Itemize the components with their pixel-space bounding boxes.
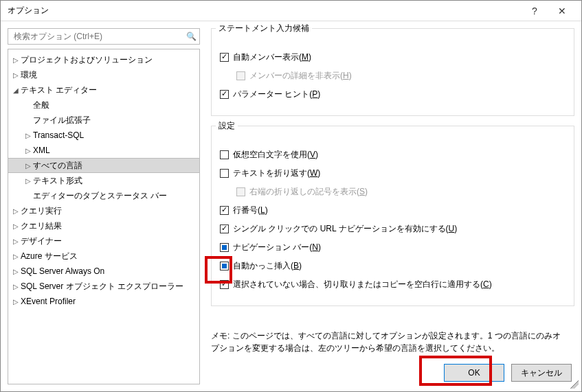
checkbox-word-wrap[interactable]: テキストを折り返す(W): [220, 168, 566, 179]
tree-arrow-icon[interactable]: ▷: [11, 207, 21, 215]
checkbox-navigation-bar[interactable]: ナビゲーション バー(N): [220, 242, 566, 253]
tree-arrow-icon[interactable]: ▷: [11, 71, 21, 79]
checkbox-label: 仮想空白文字を使用(V): [233, 149, 318, 161]
tree-item-label: XML: [33, 146, 50, 155]
tree-item[interactable]: ▷テキスト形式: [8, 173, 199, 188]
checkbox-label: 選択されていない場合、切り取りまたはコピーを空白行に適用する(C): [233, 279, 492, 290]
checkbox-url-navigation[interactable]: シングル クリックでの URL ナビゲーションを有効にする(U): [220, 223, 566, 235]
left-column: 🔍 ▷プロジェクトおよびソリューション▷環境◢テキスト エディター▷全般▷ファイ…: [8, 28, 200, 384]
checkbox-icon[interactable]: [220, 262, 229, 270]
tree-arrow-icon[interactable]: ▷: [11, 222, 21, 230]
tree-item[interactable]: ◢テキスト エディター: [8, 82, 199, 97]
tree-item-label: クエリ実行: [21, 205, 62, 217]
checkbox-label: シングル クリックでの URL ナビゲーションを有効にする(U): [233, 223, 457, 235]
checkbox-parameter-hint[interactable]: パラメーター ヒント(P): [220, 89, 566, 100]
checkbox-line-numbers[interactable]: 行番号(L): [220, 205, 566, 216]
tree-arrow-icon[interactable]: ▷: [23, 177, 33, 185]
tree-item-label: テキスト形式: [33, 175, 82, 187]
checkbox-label: ナビゲーション バー(N): [233, 242, 321, 253]
tree-item-label: エディターのタブとステータス バー: [33, 190, 167, 202]
checkbox-wrap-glyph: 右端の折り返しの記号を表示(S): [236, 186, 566, 198]
tree-item[interactable]: ▷すべての言語: [8, 158, 199, 173]
tree-item[interactable]: ▷XEvent Profiler: [8, 294, 199, 309]
tree-arrow-icon[interactable]: ▷: [11, 283, 21, 290]
checkbox-icon[interactable]: [220, 206, 229, 215]
right-column: ステートメント入力候補 自動メンバー表示(M) メンバーの詳細を非表示(H) パ…: [211, 28, 574, 384]
checkbox-label: 右端の折り返しの記号を表示(S): [249, 186, 368, 198]
tree-item[interactable]: ▷全般: [8, 97, 199, 113]
cancel-button[interactable]: キャンセル: [511, 364, 572, 382]
checkbox-icon: [236, 71, 245, 80]
tree-item[interactable]: ▷クエリ実行: [8, 203, 199, 218]
checkbox-auto-member[interactable]: 自動メンバー表示(M): [220, 51, 566, 63]
checkbox-icon[interactable]: [220, 224, 229, 233]
tree-arrow-icon[interactable]: ▷: [11, 238, 21, 245]
tree-item[interactable]: ▷SQL Server オブジェクト エクスプローラー: [8, 279, 199, 294]
tree-item-label: Transact-SQL: [33, 130, 84, 140]
tree-item-label: 全般: [33, 100, 49, 111]
tree-item[interactable]: ▷XML: [8, 143, 199, 158]
checkbox-icon[interactable]: [220, 280, 229, 289]
checkbox-virtual-whitespace[interactable]: 仮想空白文字を使用(V): [220, 149, 566, 161]
window-title: オプション: [8, 5, 521, 16]
note-text: メモ: このページでは、すべての言語に対してオプションが設定されます。1 つの言…: [211, 330, 574, 354]
checkbox-hide-member-details: メンバーの詳細を非表示(H): [236, 70, 566, 82]
checkbox-label: メンバーの詳細を非表示(H): [249, 70, 352, 82]
help-button[interactable]: ?: [521, 1, 548, 21]
checkbox-icon[interactable]: [220, 53, 229, 62]
checkbox-label: テキストを折り返す(W): [233, 168, 320, 179]
tree-item[interactable]: ▷ファイル拡張子: [8, 113, 199, 128]
tree-arrow-icon[interactable]: ▷: [11, 56, 21, 64]
tree-item-label: テキスト エディター: [21, 84, 97, 96]
checkbox-icon[interactable]: [220, 90, 229, 99]
checkbox-label: パラメーター ヒント(P): [233, 89, 320, 100]
checkbox-auto-brace[interactable]: 自動かっこ挿入(B): [220, 260, 566, 272]
group-statement-completion: ステートメント入力候補 自動メンバー表示(M) メンバーの詳細を非表示(H) パ…: [211, 28, 574, 116]
group-title: ステートメント入力候補: [216, 23, 312, 34]
tree-item-label: プロジェクトおよびソリューション: [21, 54, 153, 66]
close-button[interactable]: ✕: [548, 1, 576, 21]
button-row: OK キャンセル: [211, 360, 574, 384]
tree-arrow-icon[interactable]: ▷: [23, 147, 33, 154]
tree-item-label: すべての言語: [33, 160, 82, 172]
tree-item[interactable]: ▷プロジェクトおよびソリューション: [8, 52, 199, 67]
group-settings: 設定 仮想空白文字を使用(V) テキストを折り返す(W) 右端の折り返しの記号を…: [211, 126, 574, 306]
checkbox-label: 自動メンバー表示(M): [233, 51, 311, 63]
search-box[interactable]: 🔍: [8, 28, 200, 45]
ok-button[interactable]: OK: [444, 364, 504, 382]
tree-item-label: XEvent Profiler: [21, 297, 76, 306]
tree-arrow-icon[interactable]: ▷: [11, 268, 21, 275]
tree-arrow-icon[interactable]: ▷: [23, 162, 33, 170]
tree-item[interactable]: ▷SQL Server Always On: [8, 264, 199, 279]
options-tree[interactable]: ▷プロジェクトおよびソリューション▷環境◢テキスト エディター▷全般▷ファイル拡…: [8, 49, 200, 384]
tree-item[interactable]: ▷デザイナー: [8, 233, 199, 249]
tree-item-label: デザイナー: [21, 235, 62, 247]
tree-item-label: クエリ結果: [21, 220, 62, 232]
checkbox-label: 行番号(L): [233, 205, 268, 216]
search-icon[interactable]: 🔍: [186, 32, 197, 41]
resize-grip[interactable]: [570, 380, 579, 389]
checkbox-cut-copy-blank[interactable]: 選択されていない場合、切り取りまたはコピーを空白行に適用する(C): [220, 279, 566, 290]
checkbox-icon: [236, 187, 245, 196]
tree-arrow-icon[interactable]: ◢: [11, 87, 21, 94]
checkbox-icon[interactable]: [220, 169, 229, 178]
tree-item[interactable]: ▷Transact-SQL: [8, 128, 199, 143]
titlebar: オプション ? ✕: [1, 1, 581, 21]
tree-item[interactable]: ▷Azure サービス: [8, 249, 199, 264]
checkbox-icon[interactable]: [220, 243, 229, 252]
checkbox-icon[interactable]: [220, 150, 229, 159]
tree-item-label: ファイル拡張子: [33, 115, 91, 126]
tree-item-label: 環境: [21, 69, 37, 81]
checkbox-label: 自動かっこ挿入(B): [233, 260, 302, 272]
group-title: 設定: [216, 120, 238, 132]
tree-arrow-icon[interactable]: ▷: [11, 298, 21, 305]
tree-item-label: Azure サービス: [21, 251, 78, 262]
tree-item[interactable]: ▷クエリ結果: [8, 218, 199, 233]
search-input[interactable]: [12, 31, 186, 42]
tree-item[interactable]: ▷エディターのタブとステータス バー: [8, 188, 199, 203]
tree-arrow-icon[interactable]: ▷: [23, 132, 33, 139]
tree-arrow-icon[interactable]: ▷: [11, 253, 21, 260]
tree-item-label: SQL Server Always On: [21, 266, 104, 276]
tree-item[interactable]: ▷環境: [8, 67, 199, 82]
content: 🔍 ▷プロジェクトおよびソリューション▷環境◢テキスト エディター▷全般▷ファイ…: [1, 21, 581, 391]
